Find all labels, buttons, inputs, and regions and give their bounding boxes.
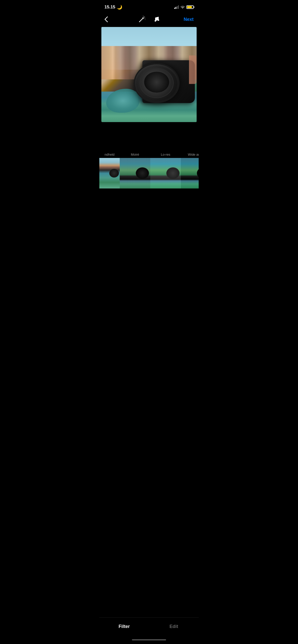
filter-thumb-moire[interactable] [120,158,150,188]
photo-filter-spacer [99,122,199,153]
top-toolbar: Next [99,13,199,27]
moon-icon: 🌙 [117,5,122,10]
status-bar: 15.15 🌙 [99,0,199,13]
svg-point-5 [143,16,143,16]
filter-thumbnails [99,158,199,188]
clock-display: 15.15 [104,5,115,10]
signal-bar-3 [177,6,178,9]
filter-label-moire: Moiré [120,153,150,158]
main-photo [101,27,197,122]
wifi-icon [180,5,185,9]
filter-label-handheld: ndheld [99,153,120,158]
svg-point-3 [145,18,145,18]
next-button[interactable]: Next [184,17,194,22]
signal-icon [174,5,179,9]
signal-bar-2 [175,7,176,9]
svg-point-9 [158,19,159,21]
signal-bar-4 [178,5,179,9]
toolbar-center [120,16,178,23]
filter-thumb-lores[interactable] [150,158,181,188]
filter-thumb-wideangle[interactable] [181,158,199,188]
battery-icon [186,5,194,9]
filters-section: ndheld Moiré Lo-res Wide angle [99,153,199,188]
battery-fill [187,6,192,8]
filter-label-lores: Lo-res [150,153,181,158]
svg-point-6 [145,19,145,20]
toolbar-right: Next [178,17,194,22]
status-indicators [174,5,194,9]
svg-point-8 [155,20,156,22]
signal-bar-1 [174,8,175,9]
magic-wand-button[interactable] [138,16,146,23]
toolbar-left [104,16,120,22]
bottom-content-spacer [99,188,199,219]
back-button[interactable] [104,16,108,22]
music-button[interactable] [153,16,160,23]
main-photo-container [99,27,199,122]
filter-labels-row: ndheld Moiré Lo-res Wide angle [99,153,199,158]
filter-thumb-handheld[interactable] [99,158,120,188]
svg-line-0 [139,18,143,22]
svg-point-4 [144,16,145,17]
filter-label-wideangle: Wide angle [181,153,199,158]
status-time: 15.15 🌙 [104,5,122,10]
